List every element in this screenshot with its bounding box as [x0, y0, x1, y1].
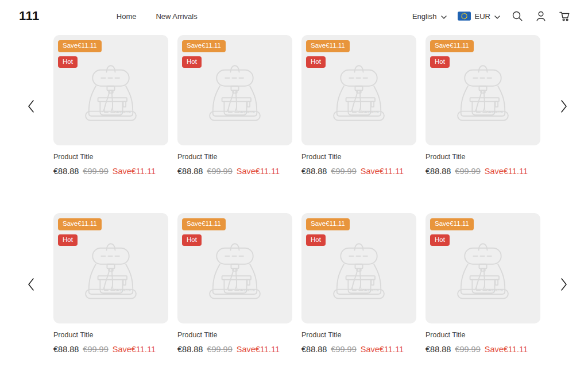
product-carousel-row-1: Save€11.11 Hot Product Title €88.88 €99.…: [0, 35, 588, 177]
carousel-next-button[interactable]: [558, 98, 570, 115]
badge-stack: Save€11.11 Hot: [58, 218, 102, 246]
price-row: €88.88 €99.99 Save€11.11: [177, 344, 292, 355]
backpack-placeholder-illustration: [203, 236, 267, 304]
product-image[interactable]: Save€11.11 Hot: [425, 213, 540, 323]
save-badge: Save€11.11: [306, 40, 350, 52]
save-badge: Save€11.11: [58, 40, 102, 52]
carousel-prev-button[interactable]: [25, 98, 37, 115]
backpack-placeholder-illustration: [327, 58, 391, 126]
chevron-right-icon: [560, 106, 567, 114]
price-row: €88.88 €99.99 Save€11.11: [425, 344, 540, 355]
original-price: €99.99: [331, 166, 356, 177]
badge-stack: Save€11.11 Hot: [58, 40, 102, 68]
product-card: Save€11.11 Hot Product Title €88.88 €99.…: [425, 35, 540, 177]
badge-stack: Save€11.11 Hot: [306, 218, 350, 246]
nav-item-home[interactable]: Home: [117, 12, 137, 21]
price-row: €88.88 €99.99 Save€11.11: [301, 344, 416, 355]
original-price: €99.99: [455, 344, 480, 355]
product-title[interactable]: Product Title: [301, 331, 416, 340]
product-card: Save€11.11 Hot Product Title €88.88 €99.…: [301, 213, 416, 355]
main-nav: Home New Arrivals: [117, 12, 198, 21]
product-image[interactable]: Save€11.11 Hot: [177, 35, 292, 145]
currency-selector[interactable]: EUR: [458, 11, 500, 21]
language-selector[interactable]: English: [412, 12, 447, 21]
product-title[interactable]: Product Title: [53, 153, 168, 161]
chevron-down-icon: [441, 12, 447, 21]
backpack-placeholder-illustration: [451, 236, 515, 304]
carousel-track: Save€11.11 Hot Product Title €88.88 €99.…: [53, 35, 540, 177]
product-title[interactable]: Product Title: [301, 153, 416, 161]
hot-badge: Hot: [58, 56, 78, 68]
backpack-placeholder-illustration: [79, 58, 143, 126]
original-price: €99.99: [331, 344, 356, 355]
badge-stack: Save€11.11 Hot: [430, 40, 474, 68]
backpack-placeholder-illustration: [451, 58, 515, 126]
current-price: €88.88: [177, 166, 203, 177]
product-image[interactable]: Save€11.11 Hot: [425, 35, 540, 145]
product-card: Save€11.11 Hot Product Title €88.88 €99.…: [53, 35, 168, 177]
price-row: €88.88 €99.99 Save€11.11: [53, 344, 168, 355]
save-amount-text: Save€11.11: [113, 344, 156, 355]
current-price: €88.88: [425, 166, 451, 177]
current-price: €88.88: [177, 344, 203, 355]
currency-selected-label: EUR: [475, 12, 490, 21]
search-icon: [512, 10, 523, 22]
current-price: €88.88: [53, 166, 79, 177]
hot-badge: Hot: [430, 234, 450, 246]
badge-stack: Save€11.11 Hot: [430, 218, 474, 246]
product-card: Save€11.11 Hot Product Title €88.88 €99.…: [425, 213, 540, 355]
product-card: Save€11.11 Hot Product Title €88.88 €99.…: [177, 35, 292, 177]
save-amount-text: Save€11.11: [237, 344, 280, 355]
product-card: Save€11.11 Hot Product Title €88.88 €99.…: [53, 213, 168, 355]
product-title[interactable]: Product Title: [425, 153, 540, 161]
product-title[interactable]: Product Title: [177, 153, 292, 161]
current-price: €88.88: [301, 166, 327, 177]
search-button[interactable]: [511, 10, 524, 22]
save-amount-text: Save€11.11: [113, 166, 156, 177]
carousel-prev-button[interactable]: [25, 276, 37, 293]
product-title[interactable]: Product Title: [177, 331, 292, 340]
nav-item-new-arrivals[interactable]: New Arrivals: [156, 12, 197, 21]
save-badge: Save€11.11: [430, 40, 474, 52]
cart-button[interactable]: [558, 10, 571, 22]
price-row: €88.88 €99.99 Save€11.11: [177, 166, 292, 177]
price-row: €88.88 €99.99 Save€11.11: [301, 166, 416, 177]
product-carousel-row-2: Save€11.11 Hot Product Title €88.88 €99.…: [0, 213, 588, 355]
current-price: €88.88: [425, 344, 451, 355]
save-badge: Save€11.11: [58, 218, 102, 230]
original-price: €99.99: [83, 344, 108, 355]
save-amount-text: Save€11.11: [237, 166, 280, 177]
current-price: €88.88: [53, 344, 79, 355]
product-card: Save€11.11 Hot Product Title €88.88 €99.…: [177, 213, 292, 355]
product-title[interactable]: Product Title: [53, 331, 168, 340]
badge-stack: Save€11.11 Hot: [182, 218, 226, 246]
store-logo[interactable]: 111: [19, 9, 40, 24]
backpack-placeholder-illustration: [327, 236, 391, 304]
save-amount-text: Save€11.11: [485, 166, 528, 177]
product-image[interactable]: Save€11.11 Hot: [177, 213, 292, 323]
carousel-next-button[interactable]: [558, 276, 570, 293]
product-image[interactable]: Save€11.11 Hot: [301, 35, 416, 145]
save-badge: Save€11.11: [182, 40, 226, 52]
original-price: €99.99: [207, 166, 232, 177]
account-icon: [535, 10, 547, 22]
save-amount-text: Save€11.11: [361, 166, 404, 177]
original-price: €99.99: [83, 166, 108, 177]
account-button[interactable]: [535, 10, 547, 22]
hot-badge: Hot: [182, 234, 202, 246]
product-title[interactable]: Product Title: [425, 331, 540, 340]
product-image[interactable]: Save€11.11 Hot: [301, 213, 416, 323]
product-image[interactable]: Save€11.11 Hot: [53, 35, 168, 145]
chevron-right-icon: [560, 284, 567, 292]
save-amount-text: Save€11.11: [485, 344, 528, 355]
chevron-left-icon: [28, 284, 34, 292]
badge-stack: Save€11.11 Hot: [306, 40, 350, 68]
eu-flag-icon: [458, 11, 471, 21]
chevron-left-icon: [28, 106, 34, 114]
product-image[interactable]: Save€11.11 Hot: [53, 213, 168, 323]
hot-badge: Hot: [430, 56, 450, 68]
save-badge: Save€11.11: [306, 218, 350, 230]
backpack-placeholder-illustration: [203, 58, 267, 126]
original-price: €99.99: [455, 166, 480, 177]
price-row: €88.88 €99.99 Save€11.11: [53, 166, 168, 177]
